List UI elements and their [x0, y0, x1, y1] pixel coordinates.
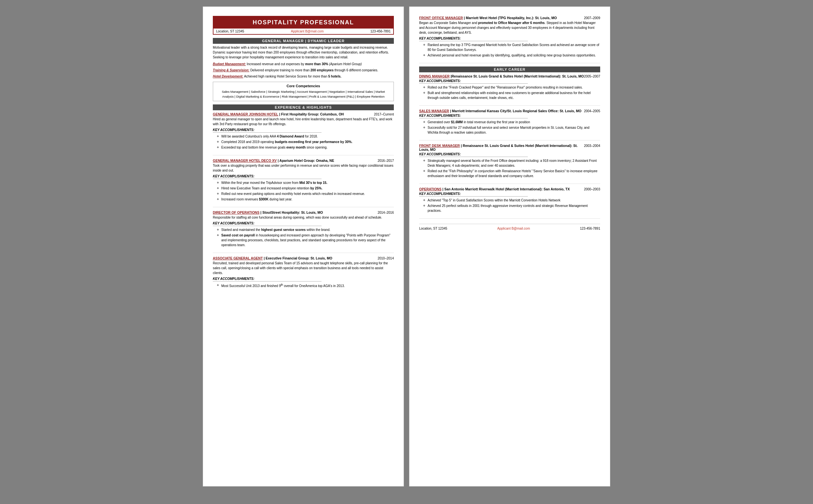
- accomplishments-front-office: KEY ACCOMPLISHMENTS:: [419, 37, 528, 41]
- job-dates-operations: 2000–2003: [584, 187, 600, 191]
- job-title-front-desk-mgr: FRONT DESK MANAGER: [419, 144, 460, 148]
- job-company-aga: | Executive Financial Group: St. Louis, …: [264, 256, 332, 260]
- core-competencies-box: Core Competencies Sales Management | Sal…: [213, 82, 394, 101]
- bullets-dining-mgr: Rolled out the "Fresh Cracked Pepper" an…: [419, 85, 600, 100]
- job-company-gm-johnson: | First Hospitality Group: Columbus, OH: [279, 112, 344, 116]
- phone: 123-456-7891: [370, 30, 391, 33]
- bullet-item: Generated over $1.6MM in total revenue d…: [423, 120, 600, 125]
- job-company-gm-deco: | Aparium Hotel Group: Omaha, NE: [278, 159, 334, 162]
- experience-section-title: EXPERIENCE & HIGHLIGHTS: [213, 104, 394, 110]
- bullet-item: Started and maintained the highest guest…: [217, 227, 394, 232]
- bullets-front-desk-mgr: Strategically managed several facets of …: [419, 158, 600, 178]
- job-operations: OPERATIONS | San Antonio Marriott Riverw…: [419, 187, 600, 219]
- job-dates-front-office: 2007–2009: [584, 16, 600, 20]
- job-title-gm-johnson: GENERAL MANAGER JOHNSON HOTEL: [213, 112, 278, 116]
- bullet-item: Strategically managed several facets of …: [423, 158, 600, 168]
- bullet-item: Achieved personal and hotel revenue goal…: [423, 53, 600, 58]
- job-desc-gm-johnson: Hired as general manager to open and lau…: [213, 117, 394, 126]
- bullet-item: Exceeded top and bottom line revenue goa…: [217, 145, 394, 150]
- job-company-sales-mgr: | Marriott International Kansas City/St.…: [450, 109, 581, 113]
- bullets-aga: Most Successful Unit 2013 and finished 9…: [213, 283, 394, 288]
- job-desc-front-office: Began as Corporate Sales Manager and pro…: [419, 20, 600, 35]
- accomplishments-operations: KEY ACCOMPLISHMENTS:: [419, 192, 528, 197]
- job-dates-front-desk-mgr: 2003–2004: [584, 144, 600, 148]
- accomplishments-sales-mgr: KEY ACCOMPLISHMENTS:: [419, 114, 528, 118]
- job-dining-mgr: DINING MANAGER |Renaissance St. Louis Gr…: [419, 74, 600, 106]
- header-contact: Location, ST 12345 Applicant B@mail.com …: [213, 29, 393, 34]
- bullets-operations: Achieved "Top 5" in Guest Satisfaction S…: [419, 198, 600, 213]
- bullet-item: Increased room revenues $300K during las…: [217, 197, 394, 202]
- job-company-dining-mgr: |Renaissance St. Louis Grand & Suites Ho…: [451, 74, 584, 78]
- job-front-office: FRONT OFFICE MANAGER | Marriott West Hot…: [419, 16, 600, 63]
- job-header-operations: OPERATIONS | San Antonio Marriott Riverw…: [419, 187, 600, 191]
- job-gm-johnson: GENERAL MANAGER JOHNSON HOTEL | First Ho…: [213, 112, 394, 155]
- job-dates-gm-deco: 2016–2017: [378, 159, 394, 162]
- highlight-training: Training & Supervision: Delivered employ…: [213, 68, 394, 73]
- footer-phone: 123-456-7891: [580, 227, 600, 230]
- job-dates-director-ops: 2014–2016: [378, 211, 394, 214]
- email[interactable]: Applicant B@mail.com: [291, 30, 324, 33]
- bullet-item: Successfully sold for 27 individual full…: [423, 125, 600, 135]
- job-dates-aga: 2010–2014: [378, 257, 394, 260]
- summary-text: Motivational leader with a strong track …: [213, 45, 394, 60]
- page2-footer: Location, ST 12345 Applicant B@mail.com …: [419, 224, 600, 230]
- accomplishments-dining-mgr: KEY ACCOMPLISHMENTS:: [419, 79, 528, 84]
- bullet-item: Rolled out the "Fish Philosophy" in conj…: [423, 169, 600, 178]
- resume-title: HOSPITALITY PROFESSIONAL: [213, 17, 393, 29]
- highlight-budget: Budget Management: Increased revenue and…: [213, 62, 394, 67]
- job-title-gm-deco: GENERAL MANAGER HOTEL DECO XV: [213, 159, 277, 162]
- job-title-operations: OPERATIONS: [419, 187, 442, 191]
- job-company-front-office: | Marriott West Hotel (TPG Hospitality, …: [464, 16, 557, 20]
- job-dates-gm-johnson: 2017–Current: [374, 113, 394, 116]
- bullet-item: Hired new Executive Team and increased e…: [217, 186, 394, 191]
- job-front-desk-mgr: FRONT DESK MANAGER | Renaissance St. Lou…: [419, 144, 600, 184]
- job-header-front-office: FRONT OFFICE MANAGER | Marriott West Hot…: [419, 16, 600, 20]
- tagline: GENERAL MANAGER | DYNAMIC LEADER: [213, 38, 394, 44]
- job-title-dining-mgr: DINING MANAGER: [419, 74, 450, 78]
- job-company-director-ops: | StoutStreet Hospitality: St. Louis, MO: [261, 210, 323, 214]
- job-aga: ASSOCIATE GENERAL AGENT | Executive Fina…: [213, 256, 394, 294]
- job-gm-deco: GENERAL MANAGER HOTEL DECO XV | Aparium …: [213, 159, 394, 207]
- location: Location, ST 12345: [216, 30, 244, 33]
- bullet-item: Most Successful Unit 2013 and finished 9…: [217, 283, 394, 288]
- job-header-sales-mgr: SALES MANAGER | Marriott International K…: [419, 109, 600, 113]
- job-company-operations: | San Antonio Marriott Riverwalk Hotel (…: [443, 187, 570, 191]
- job-header-gm-deco: GENERAL MANAGER HOTEL DECO XV | Aparium …: [213, 159, 394, 162]
- job-sales-mgr: SALES MANAGER | Marriott International K…: [419, 109, 600, 140]
- footer-location: Location, ST 12345: [419, 227, 447, 230]
- bullets-sales-mgr: Generated over $1.6MM in total revenue d…: [419, 120, 600, 135]
- job-title-director-ops: DIRECTOR OF OPERATIONS: [213, 210, 260, 214]
- job-header-director-ops: DIRECTOR OF OPERATIONS | StoutStreet Hos…: [213, 210, 394, 214]
- accomplishments-front-desk-mgr: KEY ACCOMPLISHMENTS:: [419, 152, 528, 157]
- job-title-aga: ASSOCIATE GENERAL AGENT: [213, 256, 263, 260]
- job-desc-gm-deco: Took over a struggling property that was…: [213, 163, 394, 173]
- job-title-front-office: FRONT OFFICE MANAGER: [419, 16, 463, 20]
- job-header-aga: ASSOCIATE GENERAL AGENT | Executive Fina…: [213, 256, 394, 260]
- accomplishments-director-ops: KEY ACCOMPLISHMENTS:: [213, 222, 322, 226]
- job-desc-aga: Recruited, trained and developed persona…: [213, 261, 394, 275]
- job-dates-sales-mgr: 2004–2005: [584, 109, 600, 113]
- accomplishments-aga: KEY ACCOMPLISHMENTS:: [213, 277, 322, 282]
- job-header-front-desk-mgr: FRONT DESK MANAGER | Renaissance St. Lou…: [419, 144, 600, 151]
- page-2: FRONT OFFICE MANAGER | Marriott West Hot…: [409, 6, 610, 486]
- bullet-item: Rolled out new event parking options and…: [217, 191, 394, 196]
- bullet-item: Completed 2018 and 2019 operating budget…: [217, 139, 394, 144]
- job-header-gm-johnson: GENERAL MANAGER JOHNSON HOTEL | First Ho…: [213, 112, 394, 116]
- bullet-item: Ranked among the top 3 TPG managed Marri…: [423, 42, 600, 52]
- bullet-item: Saved cost on payroll in housekeeping an…: [217, 233, 394, 247]
- bullet-item: Rolled out the "Fresh Cracked Pepper" an…: [423, 85, 600, 90]
- bullet-item: Within the first year moved the TripAdvi…: [217, 180, 394, 185]
- core-items: Sales Management | Salesforce | Strategi…: [216, 89, 391, 99]
- footer-email[interactable]: Applicant B@mail.com: [497, 227, 530, 230]
- bullet-item: Achieved 25 perfect sellouts in 2001 thr…: [423, 203, 600, 213]
- job-director-ops: DIRECTOR OF OPERATIONS | StoutStreet Hos…: [213, 210, 394, 253]
- job-title-sales-mgr: SALES MANAGER: [419, 109, 449, 113]
- bullets-front-office: Ranked among the top 3 TPG managed Marri…: [419, 42, 600, 58]
- accomplishments-gm-johnson: KEY ACCOMPLISHMENTS:: [213, 128, 322, 133]
- job-header-dining-mgr: DINING MANAGER |Renaissance St. Louis Gr…: [419, 74, 600, 78]
- highlight-hotel: Hotel Development: Achieved high ranking…: [213, 74, 394, 79]
- core-title: Core Competencies: [216, 84, 391, 88]
- bullets-director-ops: Started and maintained the highest guest…: [213, 227, 394, 247]
- bullets-gm-johnson: Will be awarded Columbus's only AAA 4 Di…: [213, 134, 394, 150]
- job-desc-director-ops: Responsible for staffing all core functi…: [213, 215, 394, 220]
